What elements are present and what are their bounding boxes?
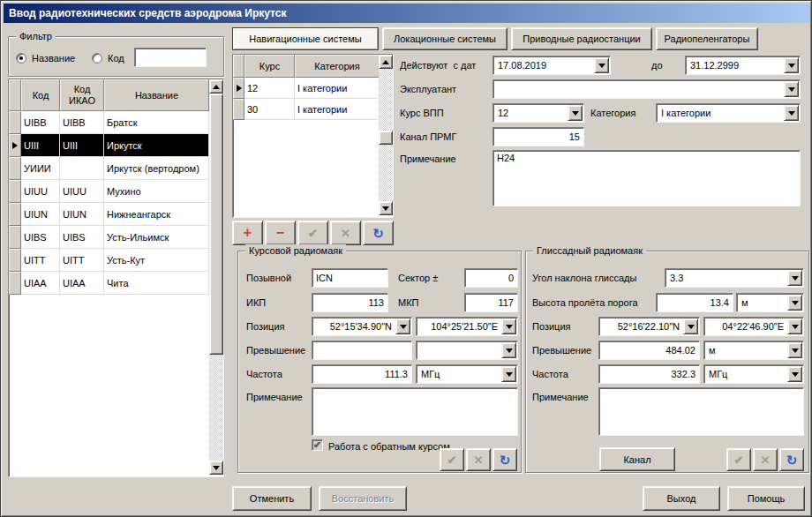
dropdown-button[interactable] — [568, 105, 583, 121]
valid-from-picker[interactable]: 17.08.2019 — [492, 56, 611, 75]
localizer-latitude-combo[interactable]: 52°15'34.90"N — [312, 317, 412, 336]
scrollbar-thumb[interactable] — [209, 94, 223, 355]
table-row[interactable]: UIAA UIAA Чита — [9, 272, 223, 295]
sector-input[interactable] — [464, 268, 518, 288]
column-header-icao[interactable]: Код ИКАО — [60, 79, 104, 111]
nav-note-memo[interactable]: H24 — [492, 150, 801, 206]
table-row[interactable]: UIUN UIUN Нижнеангарск — [9, 203, 223, 226]
dropdown-button[interactable] — [784, 105, 799, 121]
tab-radio-direction-finders[interactable]: Радиопеленгаторы — [656, 27, 758, 50]
titlebar[interactable]: Ввод радиотехнических средств аэродрома … — [4, 4, 810, 23]
exit-button[interactable]: Выход — [643, 486, 720, 511]
cancel-button[interactable]: Отменить — [232, 486, 312, 511]
dropdown-button[interactable] — [787, 295, 802, 311]
scroll-up-button[interactable] — [209, 79, 223, 94]
scrollbar-thumb[interactable] — [379, 131, 393, 145]
cancel-record-button[interactable]: ✕ — [330, 221, 361, 245]
valid-to-label: до — [651, 59, 663, 71]
column-header-category[interactable]: Категория — [295, 55, 380, 78]
scroll-up-button[interactable] — [379, 55, 393, 69]
operator-combo[interactable] — [492, 79, 801, 99]
dropdown-button[interactable] — [501, 366, 516, 382]
localizer-longitude-combo[interactable]: 104°25'21.50"E — [416, 317, 518, 336]
table-row[interactable]: UIUU UIUU Мухино — [9, 180, 223, 203]
post-record-button[interactable]: ✔ — [297, 221, 328, 245]
dropdown-button[interactable] — [787, 270, 802, 286]
glideslope-refresh-button[interactable]: ↻ — [779, 448, 804, 471]
localizer-elevation-input[interactable] — [312, 341, 412, 360]
course-row[interactable]: 30 I категории — [233, 99, 393, 120]
dropdown-button[interactable] — [594, 57, 609, 73]
add-record-button[interactable]: + — [232, 221, 263, 245]
dropdown-button[interactable] — [787, 318, 802, 334]
valid-from-label: Действуют с дат — [400, 59, 476, 71]
valid-to-picker[interactable]: 31.12.2999 — [685, 56, 801, 75]
table-row[interactable]: UIBS UIBS Усть-Ильимск — [9, 226, 223, 249]
table-row[interactable]: УИИИ Иркутск (вертодром) — [9, 157, 223, 180]
glideslope-cancel-button[interactable]: ✕ — [753, 448, 778, 471]
column-header-course[interactable]: Курс — [244, 55, 295, 78]
mkp-input[interactable] — [464, 293, 518, 312]
localizer-frequency-input[interactable] — [312, 364, 412, 384]
localizer-elevation-unit-combo[interactable] — [416, 341, 518, 360]
channel-button[interactable]: Канал — [599, 447, 675, 471]
cell-name: Усть-Кут — [104, 249, 209, 272]
localizer-post-button[interactable]: ✔ — [440, 448, 464, 471]
valid-to-value: 31.12.2999 — [688, 58, 783, 72]
refresh-icon: ↻ — [372, 227, 384, 240]
dropdown-button[interactable] — [501, 342, 516, 358]
localizer-note-memo[interactable] — [312, 387, 518, 436]
dropdown-button[interactable] — [784, 57, 799, 73]
glide-angle-combo[interactable]: 3.3 — [665, 268, 804, 288]
cell-code: UIBS — [21, 226, 60, 249]
runway-course-combo[interactable]: 12 — [492, 103, 584, 123]
dropdown-button[interactable] — [501, 318, 516, 334]
delete-record-button[interactable]: − — [265, 221, 296, 245]
refresh-record-button[interactable]: ↻ — [363, 221, 394, 245]
glideslope-elevation-input[interactable] — [598, 341, 700, 360]
column-header-code[interactable]: Код — [21, 79, 60, 111]
table-row[interactable]: UITT UITT Усть-Кут — [9, 249, 223, 272]
dropdown-button[interactable] — [787, 342, 802, 358]
glideslope-latitude-combo[interactable]: 52°16'22.10"N — [598, 317, 700, 336]
tab-location-systems[interactable]: Локационные системы — [382, 27, 508, 50]
filter-input[interactable] — [134, 48, 207, 67]
localizer-frequency-unit-combo[interactable]: МГц — [416, 364, 518, 384]
back-course-checkbox[interactable]: ✔ — [312, 439, 323, 451]
column-header-name[interactable]: Название — [104, 79, 209, 111]
glideslope-post-button[interactable]: ✔ — [726, 448, 751, 471]
scroll-down-button[interactable] — [379, 201, 393, 215]
table-row[interactable]: UIBB UIBB Братск — [9, 111, 223, 134]
filter-radio-code[interactable] — [92, 53, 102, 64]
localizer-cancel-button[interactable]: ✕ — [466, 448, 491, 471]
table-row-selected[interactable]: UIII UIII Иркутск — [9, 134, 223, 157]
chevron-down-icon — [792, 372, 799, 377]
help-button[interactable]: Помощь — [727, 486, 805, 511]
tab-label: Радиопеленгаторы — [665, 34, 750, 44]
dropdown-button[interactable] — [784, 81, 799, 97]
dropdown-button[interactable] — [683, 318, 698, 334]
localizer-refresh-button[interactable]: ↻ — [492, 448, 517, 471]
cell-code: UIUU — [21, 180, 60, 203]
category-combo[interactable]: I категории — [656, 103, 801, 123]
callsign-input[interactable] — [312, 268, 388, 288]
tab-navigation-systems[interactable]: Навигационные системы — [232, 27, 379, 50]
glideslope-note-memo[interactable] — [598, 387, 804, 436]
glideslope-frequency-unit-combo[interactable]: МГц — [703, 364, 804, 384]
threshold-height-unit-combo[interactable]: м — [736, 293, 804, 312]
course-row-selected[interactable]: 12 I категории — [233, 78, 393, 99]
dropdown-button[interactable] — [787, 366, 802, 382]
row-indicator — [9, 180, 21, 203]
dropdown-button[interactable] — [395, 318, 410, 334]
glideslope-frequency-input[interactable] — [598, 364, 700, 384]
filter-radio-name[interactable] — [16, 53, 26, 64]
glideslope-elevation-unit-combo[interactable]: м — [703, 341, 804, 360]
ikp-input[interactable] — [312, 293, 388, 312]
cell-icao: UIII — [60, 134, 104, 157]
threshold-height-input[interactable] — [656, 293, 733, 312]
prmg-channel-input[interactable] — [492, 127, 584, 146]
glideslope-longitude-combo[interactable]: 04°22'46.90"E — [703, 317, 804, 336]
scroll-down-button[interactable] — [209, 461, 223, 475]
cross-icon: ✕ — [341, 228, 350, 239]
tab-drive-radios[interactable]: Приводные радиостанции — [511, 27, 652, 50]
